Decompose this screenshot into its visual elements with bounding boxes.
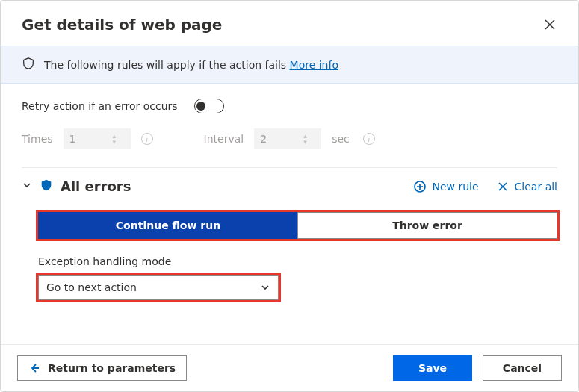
retry-toggle[interactable] xyxy=(194,99,224,113)
shield-icon xyxy=(22,57,35,72)
return-label: Return to parameters xyxy=(48,362,176,374)
dialog-footer: Return to parameters Save Cancel xyxy=(1,344,578,391)
clear-all-button[interactable]: Clear all xyxy=(497,181,557,193)
tab-throw-error[interactable]: Throw error xyxy=(297,212,557,239)
close-icon xyxy=(545,19,555,30)
info-bar: The following rules will apply if the ac… xyxy=(1,46,578,84)
errors-section: All errors New rule Clear all Continue f… xyxy=(22,167,557,300)
toggle-knob xyxy=(196,102,205,111)
chevron-down-icon[interactable] xyxy=(22,180,32,193)
retry-fields: Times 1 ▴▾ i Interval 2 ▴▾ sec i xyxy=(22,128,557,149)
cancel-button[interactable]: Cancel xyxy=(483,355,562,381)
footer-left: Return to parameters xyxy=(17,355,187,381)
arrow-left-icon xyxy=(28,362,40,374)
times-label: Times xyxy=(22,133,53,145)
times-input[interactable]: 1 ▴▾ xyxy=(64,128,131,149)
retry-label: Retry action if an error occurs xyxy=(22,100,178,112)
close-button[interactable] xyxy=(539,14,560,35)
info-icon[interactable]: i xyxy=(141,133,153,145)
new-rule-label: New rule xyxy=(432,181,478,193)
dialog-body: Retry action if an error occurs Times 1 … xyxy=(1,84,578,344)
times-spinner[interactable]: ▴▾ xyxy=(113,133,125,145)
more-info-link[interactable]: More info xyxy=(290,59,338,71)
new-rule-button[interactable]: New rule xyxy=(414,181,478,193)
errors-title: All errors xyxy=(61,178,131,194)
footer-right: Save Cancel xyxy=(393,355,562,381)
interval-input[interactable]: 2 ▴▾ xyxy=(254,128,321,149)
interval-spinner[interactable]: ▴▾ xyxy=(303,133,315,145)
sec-label: sec xyxy=(332,133,350,145)
mode-label: Exception handling mode xyxy=(38,255,557,267)
errors-header-left: All errors xyxy=(22,178,131,194)
tab-continue-flow[interactable]: Continue flow run xyxy=(38,212,297,239)
shield-filled-icon xyxy=(40,178,53,194)
dialog: Get details of web page The following ru… xyxy=(0,0,579,392)
errors-header: All errors New rule Clear all xyxy=(22,178,557,194)
plus-circle-icon xyxy=(414,181,426,193)
times-value: 1 xyxy=(69,133,113,145)
retry-row: Retry action if an error occurs xyxy=(22,99,557,113)
x-icon xyxy=(497,181,509,193)
mode-select[interactable]: Go to next action xyxy=(38,275,279,300)
info-text: The following rules will apply if the ac… xyxy=(44,59,338,71)
interval-label: Interval xyxy=(204,133,244,145)
mode-value: Go to next action xyxy=(46,281,137,293)
mode-select-highlight: Go to next action xyxy=(38,275,279,300)
errors-header-right: New rule Clear all xyxy=(414,181,557,193)
dialog-title: Get details of web page xyxy=(22,16,222,34)
chevron-down-icon xyxy=(260,282,270,293)
interval-value: 2 xyxy=(260,133,303,145)
clear-all-label: Clear all xyxy=(515,181,557,193)
dialog-header: Get details of web page xyxy=(1,1,578,46)
save-button[interactable]: Save xyxy=(393,355,472,381)
info-icon[interactable]: i xyxy=(363,133,375,145)
flow-mode-tabs: Continue flow run Throw error xyxy=(38,212,557,239)
info-message: The following rules will apply if the ac… xyxy=(44,59,286,71)
return-button[interactable]: Return to parameters xyxy=(17,355,187,381)
